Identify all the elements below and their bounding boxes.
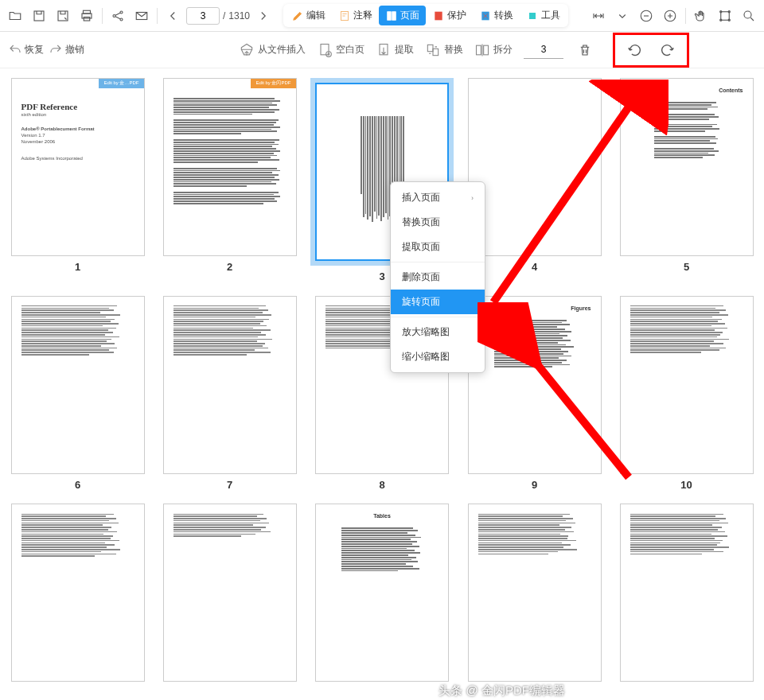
- svg-rect-27: [433, 49, 439, 55]
- menu-replace-page[interactable]: 替换页面: [391, 210, 485, 235]
- delete-icon[interactable]: [575, 40, 595, 60]
- rotate-right-icon[interactable]: [657, 40, 677, 60]
- top-toolbar: / 1310 编辑 注释 页面 保护 转换 工具: [0, 0, 764, 32]
- doc-title: PDF Reference: [21, 101, 134, 112]
- thumb-page-12[interactable]: [158, 504, 301, 687]
- prev-page-icon[interactable]: [162, 6, 183, 26]
- mail-icon[interactable]: [131, 6, 152, 26]
- redo-button[interactable]: 撤销: [49, 43, 84, 57]
- rotate-highlight-box: [613, 33, 689, 68]
- thumb-page-7[interactable]: 7: [158, 296, 301, 496]
- svg-rect-23: [321, 44, 329, 54]
- save-icon[interactable]: [29, 6, 49, 26]
- thumbnail-grid: Edit by 金…PDF PDF Reference sixth editio…: [0, 68, 764, 697]
- select-icon[interactable]: [715, 6, 735, 26]
- thumb-label: 10: [680, 479, 692, 491]
- svg-rect-28: [477, 45, 481, 55]
- edit-badge: Edit by 金…PDF: [99, 79, 143, 88]
- page-total: 1310: [228, 10, 250, 21]
- undo-button[interactable]: 恢复: [8, 43, 44, 57]
- thumb-label: 6: [75, 479, 80, 491]
- thumb-page-5[interactable]: Contents 5: [615, 78, 758, 288]
- menu-insert-page[interactable]: 插入页面›: [391, 185, 485, 210]
- print-icon[interactable]: [76, 6, 97, 26]
- body-text: [173, 98, 286, 204]
- main-tab-group: 编辑 注释 页面 保护 转换 工具: [283, 4, 568, 27]
- contents-heading: Contents: [630, 87, 743, 94]
- chevron-right-icon: ›: [471, 194, 474, 202]
- zoom-out-icon[interactable]: [636, 6, 657, 26]
- tab-annotate[interactable]: 注释: [332, 6, 379, 25]
- svg-rect-26: [427, 45, 433, 51]
- thumb-label: 1: [75, 261, 80, 273]
- thumb-page-13[interactable]: Tables: [310, 504, 454, 687]
- svg-rect-4: [84, 17, 90, 21]
- replace-button[interactable]: 替换: [425, 42, 463, 58]
- thumb-page-14[interactable]: [463, 504, 606, 687]
- menu-zoom-out-thumb[interactable]: 缩小缩略图: [391, 344, 485, 369]
- figures-heading: Figures: [478, 305, 591, 312]
- svg-point-6: [120, 11, 123, 14]
- tab-protect[interactable]: 保护: [426, 6, 473, 25]
- thumb-label: 5: [684, 261, 689, 273]
- next-page-icon[interactable]: [253, 6, 274, 26]
- tab-edit[interactable]: 编辑: [285, 6, 332, 25]
- svg-rect-10: [388, 11, 392, 20]
- split-count-input[interactable]: [524, 41, 563, 59]
- menu-extract-page[interactable]: 提取页面: [391, 235, 485, 259]
- svg-point-7: [120, 18, 123, 21]
- toc-lines: [654, 102, 743, 158]
- thumb-page-10[interactable]: 10: [615, 296, 758, 496]
- zoom-in-icon[interactable]: [660, 6, 680, 26]
- thumb-label: 4: [532, 261, 537, 273]
- thumb-page-15[interactable]: [615, 504, 758, 687]
- menu-rotate-page[interactable]: 旋转页面: [391, 290, 485, 314]
- chevron-down-icon[interactable]: [612, 6, 633, 26]
- thumb-label: 9: [532, 479, 537, 491]
- fit-width-icon[interactable]: [588, 6, 609, 26]
- thumb-label: 7: [227, 479, 232, 491]
- hand-tool-icon[interactable]: [691, 6, 711, 26]
- svg-rect-11: [392, 11, 396, 20]
- save-as-icon[interactable]: [53, 6, 73, 26]
- context-menu: 插入页面› 替换页面 提取页面 删除页面 旋转页面 放大缩略图 缩小缩略图: [390, 181, 485, 373]
- extract-button[interactable]: 提取: [376, 42, 414, 58]
- svg-rect-0: [34, 11, 44, 21]
- edit-badge: Edit by 金闪PDF: [251, 79, 295, 88]
- page-separator: /: [223, 10, 225, 21]
- thumb-page-6[interactable]: 6: [6, 296, 149, 496]
- tab-convert[interactable]: 转换: [473, 6, 520, 25]
- svg-point-22: [744, 11, 751, 18]
- tab-tools[interactable]: 工具: [520, 6, 567, 25]
- thumb-page-11[interactable]: [6, 504, 149, 687]
- share-icon[interactable]: [107, 6, 128, 26]
- tab-page[interactable]: 页面: [379, 6, 426, 25]
- thumb-label: 3: [379, 270, 384, 282]
- svg-rect-29: [484, 45, 489, 55]
- page-toolbar: 恢复 撤销 从文件插入 空白页 提取 替换 拆分: [0, 32, 764, 68]
- split-button[interactable]: 拆分: [474, 42, 513, 58]
- svg-point-5: [113, 14, 115, 17]
- menu-delete-page[interactable]: 删除页面: [391, 265, 485, 290]
- watermark-text: 头条 @ 金闪PDF编辑器: [439, 683, 565, 698]
- thumb-page-2[interactable]: Edit by 金闪PDF 2: [158, 78, 301, 288]
- search-icon[interactable]: [739, 6, 759, 26]
- thumb-label: 2: [227, 261, 232, 273]
- page-number-input[interactable]: [186, 7, 220, 25]
- svg-rect-17: [721, 11, 730, 20]
- tables-heading: Tables: [325, 512, 439, 519]
- thumb-page-1[interactable]: Edit by 金…PDF PDF Reference sixth editio…: [6, 78, 149, 288]
- menu-zoom-in-thumb[interactable]: 放大缩略图: [391, 320, 485, 344]
- svg-rect-14: [529, 13, 536, 19]
- insert-from-file-button[interactable]: 从文件插入: [239, 42, 306, 58]
- open-folder-icon[interactable]: [5, 6, 25, 26]
- rotate-left-icon[interactable]: [625, 40, 645, 60]
- svg-rect-12: [435, 11, 442, 20]
- thumb-label: 8: [379, 479, 384, 491]
- blank-page-button[interactable]: 空白页: [317, 42, 364, 58]
